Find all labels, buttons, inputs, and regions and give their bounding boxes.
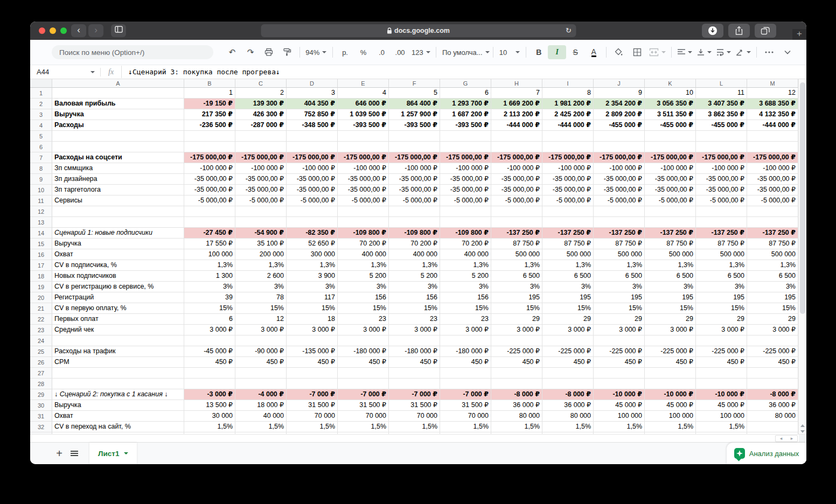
formula-input[interactable]: ↓Сценарий 3: покупка после прогрева↓	[121, 66, 806, 78]
cell[interactable]: CV в переход на сайт, %	[52, 422, 184, 432]
cell[interactable]: 18	[287, 314, 338, 325]
cell[interactable]: -5 000,00 ₽	[594, 195, 645, 206]
cell[interactable]: 400 000	[338, 249, 389, 260]
cell[interactable]	[52, 368, 184, 379]
row-header-18[interactable]: 18	[30, 271, 52, 282]
cell[interactable]: -35 000,00 ₽	[440, 174, 491, 185]
cell[interactable]: 3%	[235, 282, 287, 292]
cell[interactable]: 1,3%	[287, 260, 338, 271]
minimize-window-button[interactable]	[50, 27, 56, 34]
merge-cells-button[interactable]	[646, 45, 668, 59]
cell[interactable]: 12	[235, 314, 287, 325]
cell[interactable]: CV в регистрацию в сервисе, %	[52, 282, 184, 292]
column-header-J[interactable]: J	[594, 79, 645, 88]
bold-button[interactable]: B	[530, 45, 548, 59]
cell[interactable]: 1,3%	[747, 260, 798, 271]
cell[interactable]	[287, 217, 338, 228]
cell[interactable]	[747, 131, 798, 142]
cell[interactable]: 40 000	[235, 411, 287, 422]
cell[interactable]: 45 000 ₽	[594, 400, 645, 411]
cell[interactable]: -35 000,00 ₽	[287, 174, 338, 185]
row-header-29[interactable]: 29	[30, 389, 52, 400]
cell[interactable]: 18 000 ₽	[235, 400, 287, 411]
cell[interactable]	[542, 142, 594, 152]
row-header-31[interactable]: 31	[30, 411, 52, 422]
cell[interactable]	[287, 379, 338, 389]
cell[interactable]	[235, 379, 287, 389]
cell[interactable]	[542, 379, 594, 389]
cell[interactable]: -7 000 ₽	[338, 389, 389, 400]
cell[interactable]: -35 000,00 ₽	[696, 174, 747, 185]
cell[interactable]: -225 000 ₽	[542, 346, 594, 357]
cell[interactable]	[287, 131, 338, 142]
cell[interactable]: 87 750 ₽	[747, 239, 798, 249]
cell[interactable]: -90 000 ₽	[235, 346, 287, 357]
cell[interactable]: 15%	[338, 303, 389, 314]
cell[interactable]	[287, 368, 338, 379]
cell[interactable]: 3 000 ₽	[542, 325, 594, 335]
cell[interactable]: -180 000 ₽	[338, 346, 389, 357]
cell[interactable]: -455 000 ₽	[645, 120, 696, 131]
cell[interactable]: 1,5%	[287, 422, 338, 432]
cell[interactable]: 29	[594, 314, 645, 325]
cell[interactable]: 1,3%	[440, 260, 491, 271]
cell[interactable]: -45 000 ₽	[184, 346, 235, 357]
close-window-button[interactable]	[39, 27, 45, 34]
cell[interactable]: Охват	[52, 411, 184, 422]
cell[interactable]: Выручка	[52, 400, 184, 411]
cell[interactable]	[338, 142, 389, 152]
cell[interactable]: 2 425 200 ₽	[542, 109, 594, 120]
cell[interactable]: 3 000 ₽	[235, 325, 287, 335]
cell[interactable]: 1,5%	[338, 422, 389, 432]
text-color-button[interactable]: A	[584, 45, 603, 59]
cell[interactable]: -100 000 ₽	[594, 163, 645, 174]
cell[interactable]: 2 809 200 ₽	[594, 109, 645, 120]
cell[interactable]: -8 000 ₽	[491, 389, 542, 400]
cell[interactable]: 1,5%	[389, 422, 440, 432]
cell[interactable]: 3%	[491, 282, 542, 292]
cell[interactable]: Расходы на соцсети	[52, 152, 184, 163]
cell[interactable]: 3 000 ₽	[287, 325, 338, 335]
cell[interactable]: 450 ₽	[696, 357, 747, 368]
cell[interactable]	[747, 217, 798, 228]
cell[interactable]: 4 132 350 ₽	[747, 109, 798, 120]
cell[interactable]: 400 000	[389, 249, 440, 260]
vertical-scrollbar[interactable]	[798, 79, 806, 434]
refresh-icon[interactable]: ↻	[566, 26, 572, 34]
cell[interactable]: 3%	[338, 282, 389, 292]
cell[interactable]: 3 000 ₽	[389, 325, 440, 335]
format-currency-button[interactable]: р.	[336, 45, 354, 59]
cell[interactable]: -35 000,00 ₽	[389, 174, 440, 185]
downloads-button[interactable]	[702, 24, 723, 38]
cell[interactable]: 15%	[696, 303, 747, 314]
cell[interactable]	[594, 379, 645, 389]
cell[interactable]: -175 000,00 ₽	[594, 152, 645, 163]
row-header-25[interactable]: 25	[30, 346, 52, 357]
cell[interactable]: -3 000 ₽	[184, 389, 235, 400]
paint-format-button[interactable]	[278, 45, 296, 59]
cell[interactable]: 23	[338, 314, 389, 325]
cell[interactable]	[52, 379, 184, 389]
cell[interactable]: 1 687 200 ₽	[440, 109, 491, 120]
cell[interactable]: Валовая прибыль	[52, 99, 184, 109]
cell[interactable]: 1,3%	[235, 260, 287, 271]
cell[interactable]	[440, 131, 491, 142]
cell[interactable]: 1,5%	[184, 422, 235, 432]
cell[interactable]: -109 800 ₽	[389, 228, 440, 239]
cell[interactable]	[184, 206, 235, 217]
cell[interactable]	[645, 379, 696, 389]
column-header-M[interactable]: M	[747, 79, 798, 88]
row-header-4[interactable]: 4	[30, 120, 52, 131]
cell[interactable]	[696, 368, 747, 379]
cell[interactable]: -10 000 ₽	[594, 389, 645, 400]
sidebar-toggle-button[interactable]	[111, 24, 126, 37]
back-button[interactable]: ‹	[71, 24, 86, 37]
row-header-20[interactable]: 20	[30, 292, 52, 303]
cell[interactable]: 200 000	[235, 249, 287, 260]
cell[interactable]: 156	[440, 292, 491, 303]
undo-button[interactable]: ↶	[223, 45, 241, 59]
cell[interactable]: 1,5%	[440, 422, 491, 432]
cell[interactable]	[52, 131, 184, 142]
cell[interactable]	[696, 217, 747, 228]
cell[interactable]: Регистраций	[52, 292, 184, 303]
